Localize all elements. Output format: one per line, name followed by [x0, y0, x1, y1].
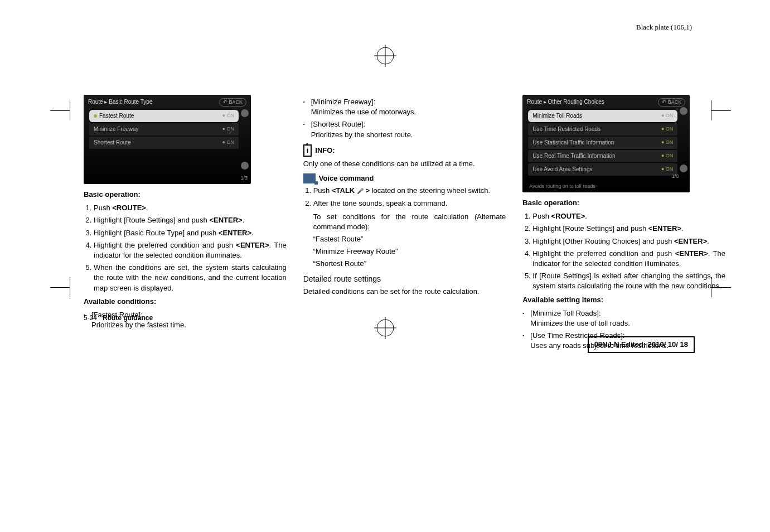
screenshot-basic-route-type: Route ▸ Basic Route Type ↶ BACK Fastest … — [84, 95, 251, 184]
crop-mark — [711, 100, 731, 120]
row-shortest: Shortest Route● ON — [89, 137, 239, 149]
row-fastest: Fastest Route● ON — [89, 110, 239, 122]
detailed-route-settings-heading: Detailed route settings — [303, 274, 506, 285]
list-item: After the tone sounds, speak a command.T… — [313, 199, 506, 269]
column-3: Route ▸ Other Routing Choices ↶ BACK Min… — [522, 95, 725, 353]
basic-operation-heading: Basic operation: — [84, 190, 287, 200]
row-time-restricted: Use Time Restricted Roads● ON — [528, 123, 677, 136]
scroll-up-icon — [241, 109, 249, 117]
basic-operation-list: Push <ROUTE>. Highlight [Route Settings]… — [84, 203, 287, 293]
back-button: ↶ BACK — [219, 98, 246, 107]
list-item: Push <ROUTE>. — [94, 203, 287, 213]
crop-mark — [711, 277, 731, 297]
scroll-down-icon — [241, 162, 249, 170]
voice-command-list: Push <TALK 🎤 > located on the steering w… — [303, 186, 506, 269]
info-box: i INFO: — [303, 144, 506, 157]
back-button: ↶ BACK — [658, 98, 685, 107]
footer-left: 5-24 Route guidance — [84, 313, 153, 323]
list-item: If [Route Settings] is exited after chan… — [532, 271, 725, 291]
screenshot-title: Route ▸ Basic Route Type — [88, 98, 152, 106]
list-item: Highlight [Route Settings] and push <ENT… — [94, 215, 287, 225]
list-item: Highlight [Other Routing Choices] and pu… — [532, 236, 725, 246]
plate-header: Black plate (106,1) — [636, 22, 692, 32]
info-label: INFO: — [315, 146, 335, 156]
info-icon: i — [303, 144, 312, 157]
list-item: Highlight the preferred condition and pu… — [532, 249, 725, 269]
list-item: Push <ROUTE>. — [532, 211, 725, 221]
list-item: [Shortest Route]:Prioritizes by the shor… — [303, 119, 506, 139]
crop-mark — [50, 277, 70, 297]
row-minimize-freeway: Minimize Freeway● ON — [89, 123, 239, 136]
page-indicator: 1/3 — [240, 175, 248, 182]
footer-edition-box: 08NJ-N Edited: 2010/ 10/ 18 — [588, 336, 695, 353]
screenshot-other-routing-choices: Route ▸ Other Routing Choices ↶ BACK Min… — [522, 95, 690, 192]
basic-operation-list: Push <ROUTE>. Highlight [Route Settings]… — [522, 211, 725, 291]
available-conditions-heading: Available conditions: — [84, 297, 287, 307]
row-avoid-area: Use Avoid Area Settings● ON — [528, 163, 677, 176]
voice-label: Voice command — [319, 173, 374, 183]
scroll-down-icon — [680, 165, 687, 172]
list-item: When the conditions are set, the system … — [94, 263, 287, 293]
voice-command-heading: Voice command — [303, 173, 506, 183]
basic-operation-heading: Basic operation: — [522, 198, 725, 208]
list-item: [Minimize Toll Roads]:Minimizes the use … — [522, 308, 725, 328]
page-indicator: 1/8 — [672, 173, 679, 180]
list-item: [Minimize Freeway]:Minimizes the use of … — [303, 97, 506, 117]
detailed-route-text: Detailed conditions can be set for the r… — [303, 287, 506, 297]
conditions-continued: [Minimize Freeway]:Minimizes the use of … — [303, 97, 506, 140]
crop-mark — [50, 100, 70, 120]
scroll-up-icon — [680, 107, 687, 115]
row-minimize-toll: Minimize Toll Roads● ON — [528, 110, 677, 122]
row-statistical: Use Statistical Traffic Information● ON — [528, 137, 677, 149]
available-setting-items-heading: Available setting items: — [522, 295, 725, 305]
list-item: Highlight [Route Settings] and push <ENT… — [532, 224, 725, 234]
row-realtime: Use Real Time Traffic Information● ON — [528, 150, 677, 162]
list-item: Highlight the preferred condition and pu… — [94, 240, 287, 260]
list-item: Push <TALK 🎤 > located on the steering w… — [313, 186, 506, 196]
column-2: [Minimize Freeway]:Minimizes the use of … — [303, 95, 506, 353]
status-text: Avoids routing on to toll roads — [529, 183, 595, 190]
info-text: Only one of these conditions can be util… — [303, 159, 506, 169]
crop-mark-top — [374, 45, 396, 67]
voice-icon — [303, 173, 316, 183]
crop-mark-bottom — [374, 317, 396, 342]
screenshot-title: Route ▸ Other Routing Choices — [527, 98, 604, 106]
list-item: Highlight [Basic Route Type] and push <E… — [94, 228, 287, 238]
